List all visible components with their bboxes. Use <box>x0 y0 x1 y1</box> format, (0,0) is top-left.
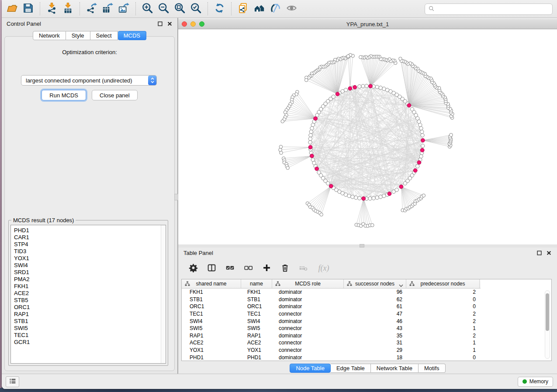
import-table-button[interactable] <box>61 2 75 16</box>
cell-name[interactable]: ACE2 <box>241 340 272 346</box>
cell-MCDS-role[interactable]: dominator <box>272 296 344 303</box>
horizontal-splitter-handle[interactable] <box>360 244 364 248</box>
zoom-out-button[interactable] <box>156 2 171 16</box>
cell-name[interactable]: RAP1 <box>241 333 272 339</box>
cell-MCDS-role[interactable]: dominator <box>272 289 344 295</box>
export-image-button[interactable] <box>117 2 131 16</box>
cell-successor-nodes[interactable]: 61 <box>344 303 406 309</box>
cell-MCDS-role[interactable]: connector <box>272 347 344 353</box>
mcds-result-item[interactable]: ORC1 <box>14 304 166 311</box>
cell-successor-nodes[interactable]: 18 <box>344 354 406 361</box>
mcds-result-item[interactable]: PMA2 <box>14 276 166 283</box>
close-panel-button[interactable]: Close panel <box>92 90 138 100</box>
cell-name[interactable]: STB1 <box>241 296 272 303</box>
cell-MCDS-role[interactable]: dominator <box>272 354 344 361</box>
cell-MCDS-role[interactable]: dominator <box>272 303 344 309</box>
mcds-result-item[interactable]: TEC1 <box>14 332 166 339</box>
split-columns-button[interactable] <box>206 263 217 274</box>
tab-select[interactable]: Select <box>90 31 118 40</box>
mcds-result-item[interactable]: FKH1 <box>14 283 166 290</box>
cell-successor-nodes[interactable]: 62 <box>344 296 406 303</box>
cell-shared-name[interactable]: SWI4 <box>182 318 241 324</box>
export-network-button[interactable] <box>84 2 99 16</box>
gear-button[interactable] <box>188 263 198 274</box>
mcds-result-item[interactable]: SWI4 <box>14 262 166 269</box>
cell-predecessor-nodes[interactable]: 0 <box>406 354 480 361</box>
cell-name[interactable]: YOX1 <box>241 347 272 353</box>
export-table-button[interactable] <box>100 2 115 16</box>
cell-successor-nodes[interactable]: 35 <box>344 333 406 339</box>
cell-MCDS-role[interactable]: dominator <box>272 333 344 339</box>
float-panel-icon[interactable] <box>157 21 163 27</box>
tab-edge-table[interactable]: Edge Table <box>331 364 371 373</box>
table-scrollbar-thumb[interactable] <box>546 293 549 331</box>
mcds-result-item[interactable]: SRD1 <box>14 269 166 276</box>
open-session-button[interactable] <box>5 2 19 16</box>
cell-shared-name[interactable]: ACE2 <box>182 340 241 346</box>
refresh-button[interactable] <box>212 2 227 16</box>
network-canvas[interactable] <box>178 29 557 244</box>
cell-name[interactable]: TEC1 <box>241 311 272 317</box>
tab-node-table[interactable]: Node Table <box>290 364 331 373</box>
cell-name[interactable]: SWI4 <box>241 318 272 324</box>
cell-predecessor-nodes[interactable]: 1 <box>406 340 480 346</box>
delete-row-button[interactable] <box>280 263 290 274</box>
cell-shared-name[interactable]: PHD1 <box>182 354 241 361</box>
cell-MCDS-role[interactable]: connector <box>272 311 344 317</box>
mcds-result-item[interactable]: CAR1 <box>14 234 166 241</box>
cell-successor-nodes[interactable]: 29 <box>344 347 406 353</box>
cell-shared-name[interactable]: TEC1 <box>182 311 241 317</box>
close-table-panel-icon[interactable] <box>546 250 552 256</box>
cell-shared-name[interactable]: ORC1 <box>182 303 241 309</box>
close-panel-icon[interactable] <box>166 21 173 27</box>
window-close-traffic-light[interactable] <box>182 21 187 27</box>
table-row[interactable]: SWI5SWI5connector431 <box>182 325 551 332</box>
mcds-result-item[interactable]: ACE2 <box>14 290 166 297</box>
cell-shared-name[interactable]: FKH1 <box>182 289 241 295</box>
mcds-result-item[interactable]: TID3 <box>14 248 166 255</box>
tab-mcds[interactable]: MCDS <box>118 31 146 40</box>
cell-successor-nodes[interactable]: 31 <box>344 340 406 346</box>
column-header-shared-name[interactable]: shared name <box>182 279 241 288</box>
table-row[interactable]: FKH1FKH1dominator962 <box>182 289 551 296</box>
horizontal-splitter[interactable] <box>178 244 557 248</box>
cell-successor-nodes[interactable]: 47 <box>344 311 406 317</box>
cell-predecessor-nodes[interactable]: 2 <box>406 333 480 339</box>
column-header-successor-nodes[interactable]: successor nodes <box>344 279 406 288</box>
mcds-result-item[interactable]: STB5 <box>14 297 166 304</box>
tab-motifs[interactable]: Motifs <box>419 364 446 373</box>
panel-list-button[interactable] <box>6 376 19 387</box>
mcds-result-item[interactable]: RAP1 <box>14 311 166 318</box>
mcds-result-item[interactable]: SWI5 <box>14 325 166 332</box>
cell-predecessor-nodes[interactable]: 2 <box>406 311 480 317</box>
mcds-result-list[interactable]: PHD1CAR1STP4TID3YOX1SWI4SRD1PMA2FKH1ACE2… <box>10 225 166 364</box>
column-header-name[interactable]: name <box>241 279 272 288</box>
window-minimize-traffic-light[interactable] <box>190 21 196 27</box>
table-row[interactable]: ACE2ACE2connector311 <box>182 339 551 347</box>
zoom-in-button[interactable] <box>140 2 155 16</box>
import-network-button[interactable] <box>45 2 59 16</box>
select-all-button[interactable] <box>225 263 235 274</box>
table-row[interactable]: PHD1PHD1dominator180 <box>182 354 551 361</box>
optimization-select[interactable]: largest connected component (undirected) <box>21 75 157 86</box>
memory-button[interactable]: Memory <box>518 377 553 387</box>
table-row[interactable]: RAP1RAP1dominator352 <box>182 332 551 340</box>
mcds-result-scrollbar[interactable] <box>161 225 166 363</box>
window-zoom-traffic-light[interactable] <box>199 21 204 27</box>
cell-MCDS-role[interactable]: dominator <box>272 318 344 324</box>
column-header-predecessor-nodes[interactable]: predecessor nodes <box>406 279 480 288</box>
cell-predecessor-nodes[interactable]: 0 <box>406 303 480 309</box>
cell-shared-name[interactable]: SWI5 <box>182 325 241 331</box>
mcds-result-item[interactable]: YOX1 <box>14 255 166 262</box>
cell-successor-nodes[interactable]: 96 <box>344 289 406 295</box>
cell-name[interactable]: PHD1 <box>241 354 272 361</box>
cell-predecessor-nodes[interactable]: 2 <box>406 318 480 324</box>
table-scrollbar[interactable] <box>545 290 550 359</box>
cell-MCDS-role[interactable]: connector <box>272 340 344 346</box>
table-row[interactable]: TEC1TEC1connector472 <box>182 310 551 318</box>
cell-shared-name[interactable]: RAP1 <box>182 333 241 339</box>
save-session-button[interactable] <box>21 2 35 16</box>
run-mcds-button[interactable]: Run MCDS <box>42 90 86 100</box>
cell-predecessor-nodes[interactable]: 1 <box>406 347 480 353</box>
clone-network-button[interactable] <box>236 2 250 16</box>
